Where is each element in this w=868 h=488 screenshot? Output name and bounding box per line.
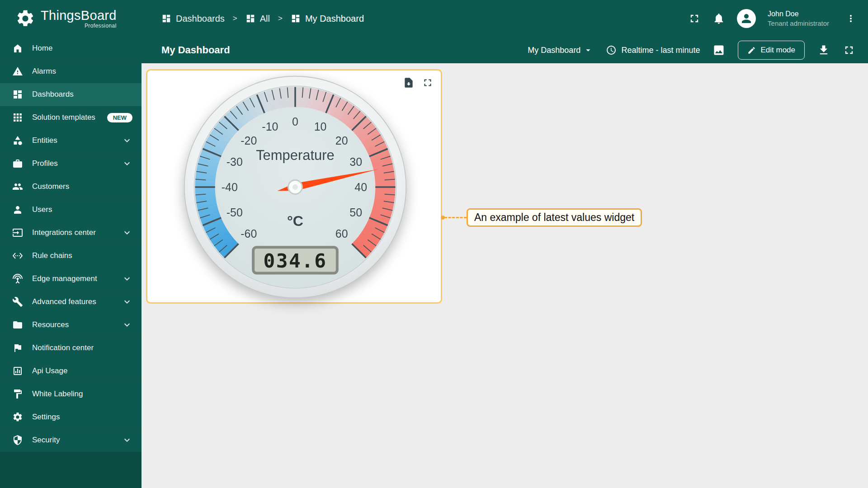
entities-icon (12, 135, 23, 146)
timewindow-button[interactable]: Realtime - last minute (606, 45, 700, 56)
svg-text:0: 0 (292, 115, 298, 128)
sidebar-item-label: Security (32, 436, 113, 445)
sidebar-item-label: Profiles (32, 159, 113, 168)
sidebar-footer (0, 452, 142, 488)
dashboard-canvas: -60-50-40-30-20-100102030405060Temperatu… (142, 63, 868, 488)
sidebar-item-customers[interactable]: Customers (0, 175, 142, 198)
widget-actions (403, 77, 434, 89)
caret-down-icon (583, 45, 593, 55)
sidebar-item-label: Dashboards (32, 90, 132, 99)
sidebar-item-label: Resources (32, 320, 113, 329)
chevron-down-icon (122, 296, 132, 307)
dashboard-grid-icon (245, 14, 255, 23)
integrations-icon (12, 227, 23, 238)
advanced-icon (12, 296, 23, 307)
more-menu-icon[interactable] (845, 12, 856, 25)
page-title: My Dashboard (161, 44, 528, 56)
sidebar-item-solution-templates[interactable]: Solution templatesNEW (0, 106, 142, 129)
sidebar-item-edge-management[interactable]: Edge management (0, 267, 142, 291)
pencil-icon (747, 46, 756, 55)
sidebar-item-entities[interactable]: Entities (0, 129, 142, 152)
download-icon[interactable] (817, 44, 830, 56)
chevron-down-icon (122, 435, 132, 446)
new-badge: NEW (107, 113, 132, 122)
svg-text:-40: -40 (222, 181, 238, 193)
user-info[interactable]: John Doe Tenant administrator (768, 9, 829, 28)
sidebar-item-label: Edge management (32, 274, 113, 283)
sidebar-item-label: Users (32, 205, 132, 214)
sidebar-item-users[interactable]: Users (0, 198, 142, 221)
dashboard-toolbar: My Dashboard My Dashboard Realtime - las… (142, 37, 868, 63)
widget-fullscreen-icon[interactable] (422, 77, 434, 89)
avatar[interactable] (737, 9, 756, 28)
breadcrumb-separator: > (278, 14, 283, 23)
top-header: Dashboards>All>My Dashboard John Doe Ten… (142, 0, 868, 37)
svg-text:-60: -60 (241, 227, 257, 240)
app-name: ThingsBoard (41, 8, 117, 23)
edit-mode-label: Edit mode (760, 46, 795, 55)
security-icon (12, 435, 23, 446)
sidebar-item-settings[interactable]: Settings (0, 406, 142, 429)
svg-text:-20: -20 (241, 134, 257, 147)
breadcrumb-label: All (260, 14, 270, 24)
api-usage-icon (12, 366, 23, 376)
notification-icon (12, 343, 23, 353)
svg-text:30: 30 (349, 155, 362, 168)
svg-text:10: 10 (314, 120, 327, 133)
sidebar-item-rule-chains[interactable]: Rule chains (0, 244, 142, 267)
sidebar-item-integrations-center[interactable]: Integrations center (0, 221, 142, 244)
sidebar-item-security[interactable]: Security (0, 429, 142, 452)
callout-text: An example of latest values widget (474, 211, 634, 224)
sidebar-item-api-usage[interactable]: Api Usage (0, 360, 142, 383)
settings-icon (12, 412, 23, 422)
white-labeling-icon (12, 389, 23, 399)
customers-icon (12, 181, 23, 192)
user-role: Tenant administrator (768, 19, 829, 28)
sidebar-item-resources[interactable]: Resources (0, 314, 142, 337)
clock-icon (606, 45, 617, 56)
export-widget-icon[interactable] (403, 77, 415, 89)
breadcrumb-item-dashboards[interactable]: Dashboards (161, 14, 225, 24)
breadcrumb-label: My Dashboard (305, 14, 364, 24)
app-logo[interactable]: ThingsBoard Professional (0, 0, 142, 37)
svg-text:°C: °C (287, 213, 303, 229)
temperature-gauge-widget[interactable]: -60-50-40-30-20-100102030405060Temperatu… (146, 69, 442, 304)
svg-text:60: 60 (335, 227, 348, 240)
svg-text:034.6: 034.6 (264, 249, 327, 272)
sidebar-item-notification-center[interactable]: Notification center (0, 337, 142, 360)
image-gallery-icon[interactable] (712, 44, 725, 56)
dashboard-selector[interactable]: My Dashboard (528, 45, 593, 55)
temperature-gauge: -60-50-40-30-20-100102030405060Temperatu… (182, 74, 408, 300)
chevron-down-icon (122, 319, 132, 330)
sidebar-item-dashboards[interactable]: Dashboards (0, 83, 142, 106)
sidebar-item-label: Advanced features (32, 297, 113, 306)
sidebar: ThingsBoard Professional HomeAlarmsDashb… (0, 0, 142, 488)
sidebar-item-label: Solution templates (32, 113, 98, 122)
header-actions: John Doe Tenant administrator (688, 9, 856, 28)
sidebar-item-label: Rule chains (32, 251, 132, 260)
edge-icon (12, 273, 23, 284)
fullscreen-icon[interactable] (688, 12, 701, 25)
sidebar-item-label: Settings (32, 413, 132, 422)
edit-mode-button[interactable]: Edit mode (738, 41, 805, 60)
svg-text:20: 20 (335, 134, 348, 147)
breadcrumb-item-all[interactable]: All (245, 14, 270, 24)
chevron-down-icon (122, 227, 132, 238)
sidebar-item-label: White Labeling (32, 389, 132, 399)
users-icon (12, 204, 23, 215)
thingsboard-logo-icon (15, 9, 35, 28)
sidebar-item-label: Alarms (32, 67, 132, 76)
solution-templates-icon (12, 112, 23, 123)
sidebar-item-alarms[interactable]: Alarms (0, 60, 142, 83)
sidebar-item-advanced-features[interactable]: Advanced features (0, 291, 142, 314)
sidebar-menu: HomeAlarmsDashboardsSolution templatesNE… (0, 37, 142, 452)
profiles-icon (12, 158, 23, 169)
sidebar-item-white-labeling[interactable]: White Labeling (0, 383, 142, 406)
resources-icon (12, 319, 23, 330)
notifications-bell-icon[interactable] (712, 12, 725, 25)
breadcrumb-separator: > (233, 14, 237, 23)
toolbar-fullscreen-icon[interactable] (843, 44, 855, 56)
toolbar-actions: My Dashboard Realtime - last minute Edit… (528, 41, 855, 60)
sidebar-item-home[interactable]: Home (0, 37, 142, 60)
sidebar-item-profiles[interactable]: Profiles (0, 152, 142, 175)
